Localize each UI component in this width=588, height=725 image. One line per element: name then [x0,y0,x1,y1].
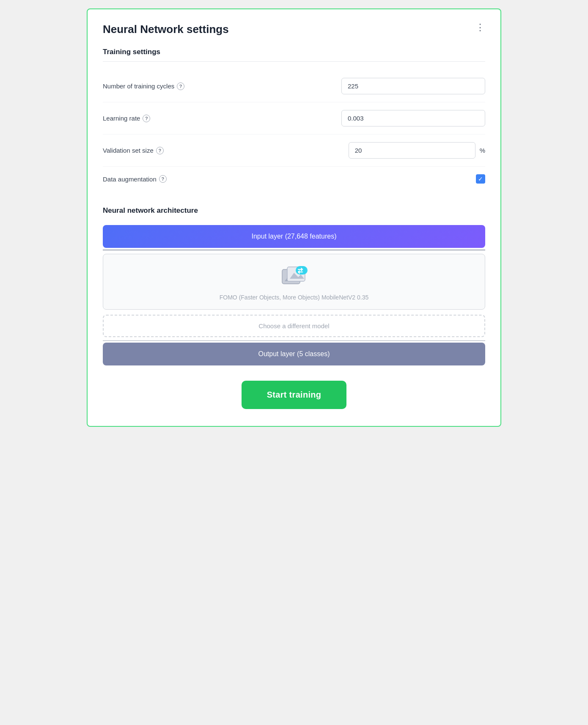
model-icon [280,266,308,288]
validation-set-size-row: Validation set size ? % [103,135,485,167]
card-header: Neural Network settings ⋮ [103,23,485,36]
training-settings-title: Training settings [103,48,485,62]
data-augmentation-checkbox[interactable]: ✓ [476,174,485,184]
training-cycles-help-icon[interactable]: ? [177,82,184,90]
input-layer-bar: Input layer (27,648 features) [103,225,485,248]
model-name-label: FOMO (Faster Objects, More Objects) Mobi… [220,294,368,301]
divider-1 [103,250,485,250]
percent-suffix: % [480,147,485,154]
training-cycles-row: Number of training cycles ? [103,70,485,102]
start-training-button[interactable]: Start training [242,381,347,409]
validation-set-size-input[interactable] [349,142,475,159]
more-options-icon[interactable]: ⋮ [475,23,485,32]
data-augmentation-help-icon[interactable]: ? [159,175,167,183]
training-settings-section: Training settings Number of training cyc… [103,48,485,191]
learning-rate-input[interactable] [341,110,485,126]
validation-set-size-help-icon[interactable]: ? [156,147,164,154]
architecture-section: Neural network architecture Input layer … [103,206,485,365]
data-augmentation-label: Data augmentation ? [103,175,167,183]
learning-rate-label: Learning rate ? [103,115,150,122]
training-cycles-label: Number of training cycles ? [103,82,184,90]
architecture-section-title: Neural network architecture [103,206,485,215]
start-training-container: Start training [103,381,485,409]
output-layer-bar: Output layer (5 classes) [103,343,485,365]
validation-set-size-label: Validation set size ? [103,147,164,154]
choose-model-button[interactable]: Choose a different model [103,315,485,337]
learning-rate-help-icon[interactable]: ? [143,115,150,122]
model-card: FOMO (Faster Objects, More Objects) Mobi… [103,254,485,310]
data-augmentation-checkbox-wrapper: ✓ [476,174,485,184]
page-title: Neural Network settings [103,23,229,36]
validation-input-group: % [349,142,485,159]
training-cycles-input[interactable] [341,78,485,94]
divider-2 [103,341,485,341]
learning-rate-row: Learning rate ? [103,102,485,135]
neural-network-settings-card: Neural Network settings ⋮ Training setti… [87,8,501,427]
data-augmentation-row: Data augmentation ? ✓ [103,167,485,191]
